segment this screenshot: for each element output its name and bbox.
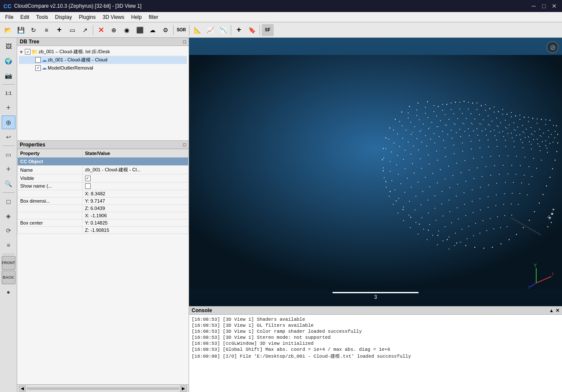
svg-point-90	[553, 125, 554, 126]
tool-open[interactable]: 📂	[2, 24, 14, 36]
svg-point-12	[532, 118, 533, 119]
left-icon-front[interactable]: FRONT	[2, 256, 15, 270]
menu-help[interactable]: Help	[128, 13, 145, 21]
menu-display[interactable]: Display	[52, 13, 75, 21]
left-icon-rect[interactable]: ▭	[2, 148, 15, 161]
svg-point-201	[434, 143, 435, 143]
axis-indicator: ⊘	[547, 41, 559, 53]
tool-sor[interactable]: SOR	[175, 24, 187, 36]
tree-item-root[interactable]: ▼ ✓ 📁 zb_001 – Cloud-建模. txt (E:/Desk	[19, 48, 187, 56]
tool-rotate[interactable]: ↻	[27, 24, 40, 36]
prop-row-center-x: X: -1.1906	[18, 212, 189, 219]
tree-item-child2[interactable]: ✓ ☁ ModelOutlierRemoval	[19, 64, 187, 72]
svg-point-392	[429, 128, 430, 128]
tree-checkbox-child1[interactable]	[35, 57, 41, 63]
db-tree-content[interactable]: ▼ ✓ 📁 zb_001 – Cloud-建模. txt (E:/Desk ☁ …	[17, 46, 189, 140]
showname-checkbox[interactable]	[85, 183, 91, 189]
scroll-left[interactable]: ◀	[19, 386, 26, 392]
prop-showname-value[interactable]	[82, 182, 188, 190]
left-icon-add[interactable]: +	[2, 162, 15, 176]
svg-point-227	[479, 140, 480, 141]
svg-point-323	[472, 189, 473, 190]
title-controls[interactable]: ─ □ ✕	[529, 2, 559, 10]
console-expand[interactable]: ▲	[549, 308, 554, 313]
svg-point-18	[556, 151, 557, 152]
svg-point-315	[415, 222, 416, 223]
tree-checkbox-root[interactable]: ✓	[25, 49, 31, 55]
left-icon-shape[interactable]: ◈	[2, 209, 15, 223]
tool-analyze[interactable]: 📉	[217, 24, 229, 36]
title-bar: CC CloudCompare v2.10.3 (Zephyrus) [32-b…	[0, 0, 562, 12]
left-icon-search[interactable]: 🔍	[2, 177, 15, 191]
left-icon-back[interactable]: ↩	[2, 130, 15, 144]
svg-point-122	[483, 119, 484, 120]
left-icon-globe[interactable]: 🌍	[2, 54, 15, 68]
left-icon-scale[interactable]: 1:1	[2, 86, 15, 100]
tool-color[interactable]: ⬛	[134, 24, 146, 36]
view-area: ⊘ X Y Z 3	[189, 38, 562, 392]
properties-maximize[interactable]: □	[183, 142, 186, 147]
tree-label-child1: zb_001 - Cloud-建模 - Cloud	[48, 57, 107, 63]
tool-add2[interactable]: +	[233, 24, 245, 36]
left-icon-zoom-point[interactable]: ⊕	[2, 115, 15, 129]
tool-sphere[interactable]: ◉	[121, 24, 133, 36]
tool-profile[interactable]: 📈	[204, 24, 216, 36]
menu-3dviews[interactable]: 3D Views	[99, 13, 128, 21]
left-icon-zoom-in[interactable]: +	[2, 101, 15, 115]
menu-tools[interactable]: Tools	[33, 13, 52, 21]
svg-point-101	[479, 114, 480, 115]
tree-checkbox-child2[interactable]: ✓	[35, 65, 41, 71]
visible-checkbox[interactable]: ✓	[85, 176, 91, 181]
left-icon-box[interactable]: ◻	[2, 194, 15, 208]
close-btn[interactable]: ✕	[550, 2, 559, 10]
left-icon-layers[interactable]: ≡	[2, 238, 15, 252]
svg-point-177	[413, 146, 414, 146]
tool-measure[interactable]: 📐	[191, 24, 203, 36]
menu-file[interactable]: File	[2, 13, 17, 21]
svg-point-246	[462, 151, 463, 152]
tool-label[interactable]: 🔖	[246, 24, 258, 36]
db-tree-maximize[interactable]: □	[183, 39, 186, 44]
svg-point-257	[393, 204, 394, 205]
svg-point-285	[452, 175, 453, 176]
svg-point-27	[523, 227, 524, 228]
prop-row-box-z: Z: 6.0439	[18, 205, 189, 212]
menu-plugins[interactable]: Plugins	[75, 13, 99, 21]
scroll-right[interactable]: ▶	[180, 386, 187, 392]
axes-svg: X Y Z	[528, 264, 553, 289]
tool-sf[interactable]: SF	[262, 24, 274, 36]
svg-point-139	[454, 123, 455, 124]
minimize-btn[interactable]: ─	[529, 2, 538, 10]
maximize-btn[interactable]: □	[540, 2, 548, 10]
svg-point-67	[511, 112, 512, 113]
left-icon-reset[interactable]: ⟳	[2, 224, 15, 237]
tree-item-child1[interactable]: ☁ zb_001 - Cloud-建模 - Cloud	[19, 56, 187, 64]
tool-export[interactable]: ↗	[79, 24, 91, 36]
tool-merge[interactable]: ⊕	[108, 24, 120, 36]
menu-filter[interactable]: filter	[145, 13, 162, 21]
svg-point-198	[410, 154, 411, 155]
left-icon-view[interactable]: 🖼	[2, 40, 15, 53]
prop-visible-value[interactable]: ✓	[82, 174, 188, 182]
left-icon-dots[interactable]: ●	[2, 285, 15, 299]
console-close[interactable]: ✕	[556, 308, 559, 313]
svg-point-71	[545, 119, 546, 120]
svg-point-82	[485, 110, 486, 111]
properties-scrollbar[interactable]: ◀ ▶	[17, 384, 189, 392]
left-icon-camera[interactable]: 📷	[2, 69, 15, 82]
tool-cloud[interactable]: ☁	[147, 24, 159, 36]
tool-select-rect[interactable]: ▭	[66, 24, 78, 36]
menu-edit[interactable]: Edit	[17, 13, 33, 21]
svg-point-188	[507, 133, 508, 134]
scroll-track[interactable]	[27, 387, 179, 390]
tool-list[interactable]: ≡	[40, 24, 52, 36]
svg-point-175	[397, 155, 398, 156]
tool-add[interactable]: +	[53, 24, 65, 36]
tool-process[interactable]: ⚙	[159, 24, 171, 36]
tool-cut[interactable]: ✕	[95, 24, 107, 36]
view3d[interactable]: ⊘ X Y Z 3	[189, 38, 562, 306]
left-icon-back-label[interactable]: BACK	[2, 270, 15, 284]
tool-save[interactable]: 💾	[15, 24, 27, 36]
tree-toggle-root[interactable]: ▼	[19, 49, 24, 55]
svg-point-322	[464, 192, 464, 193]
